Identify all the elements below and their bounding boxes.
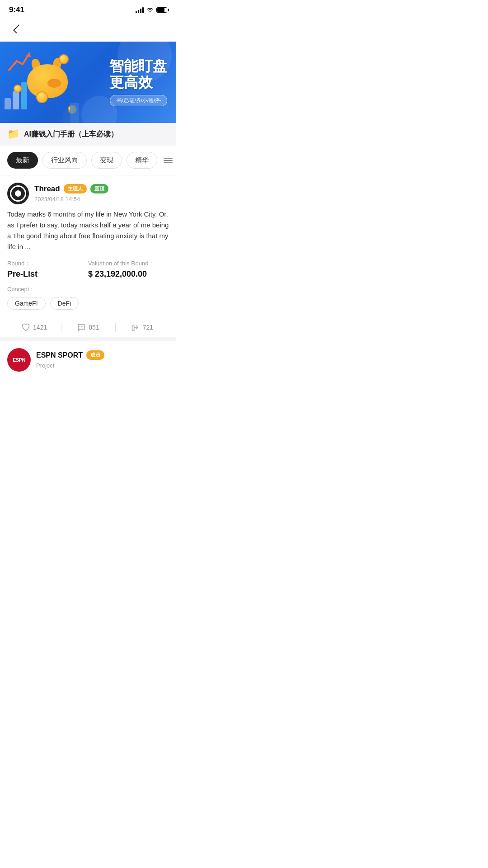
espn-name-row: ESPN SPORT 成员 bbox=[36, 350, 169, 360]
folder-icon: 📁 bbox=[7, 128, 19, 140]
espn-card: ESPN ESPN SPORT 成员 Project bbox=[0, 341, 176, 379]
heart-icon bbox=[21, 323, 30, 332]
post-card: Thread 主理人 置顶 2023/04/18 14:54 Today mar… bbox=[0, 175, 176, 341]
tab-industry[interactable]: 行业风向 bbox=[42, 152, 87, 169]
svg-rect-4 bbox=[132, 326, 134, 331]
wifi-icon bbox=[146, 7, 154, 13]
espn-name: ESPN SPORT bbox=[36, 351, 83, 359]
post-datetime: 2023/04/18 14:54 bbox=[34, 196, 80, 203]
menu-line-3 bbox=[164, 162, 173, 163]
status-bar: 9:41 bbox=[0, 0, 176, 18]
concept-section: Concept： GameFI DeFi bbox=[7, 285, 169, 310]
share-button[interactable]: 721 bbox=[115, 323, 169, 332]
banner: 智能盯盘 更高效 ·稿/定/证/券/小/程/序· bbox=[0, 42, 176, 123]
banner-subtitle: ·稿/定/证/券/小/程/序· bbox=[110, 95, 167, 106]
badge-pinned: 置顶 bbox=[90, 184, 108, 193]
stat-valuation: Valuation of this Round： $ 23,192,000.00 bbox=[88, 259, 169, 279]
post-body[interactable]: Today marks 6 months of my life in New Y… bbox=[7, 209, 169, 252]
tag-gamefi[interactable]: GameFI bbox=[7, 297, 46, 310]
concept-tags: GameFI DeFi bbox=[7, 297, 169, 310]
action-bar: 1421 851 721 bbox=[7, 317, 169, 337]
espn-avatar: ESPN bbox=[7, 348, 31, 372]
comment-icon bbox=[77, 323, 86, 332]
espn-badge: 成员 bbox=[86, 350, 104, 360]
share-icon bbox=[131, 323, 140, 332]
stats-row: Round： Pre-List Valuation of this Round：… bbox=[7, 259, 169, 279]
section-header: 📁 AI赚钱入门手册（上车必读） bbox=[0, 123, 176, 146]
like-button[interactable]: 1421 bbox=[7, 323, 61, 332]
espn-meta: ESPN SPORT 成员 Project bbox=[36, 350, 169, 369]
concept-label: Concept： bbox=[7, 285, 169, 293]
status-icons bbox=[136, 7, 167, 13]
post-author-name: Thread bbox=[34, 184, 60, 193]
menu-line-2 bbox=[164, 160, 173, 161]
valuation-value: $ 23,192,000.00 bbox=[88, 269, 169, 279]
menu-line-1 bbox=[164, 158, 173, 159]
nav-bar bbox=[0, 18, 176, 42]
tab-bar: 最新 行业风向 变现 精华 bbox=[0, 146, 176, 175]
svg-point-3 bbox=[83, 326, 84, 327]
battery-icon bbox=[156, 7, 167, 13]
tab-more-button[interactable] bbox=[162, 156, 174, 165]
share-count: 721 bbox=[143, 324, 153, 331]
tab-monetize[interactable]: 变现 bbox=[91, 152, 122, 169]
valuation-label: Valuation of this Round： bbox=[88, 259, 169, 268]
round-value: Pre-List bbox=[7, 269, 88, 279]
like-count: 1421 bbox=[33, 324, 47, 331]
tab-essence[interactable]: 精华 bbox=[127, 152, 157, 169]
post-name-row: Thread 主理人 置顶 bbox=[34, 184, 169, 193]
stat-round: Round： Pre-List bbox=[7, 259, 88, 279]
back-button[interactable] bbox=[9, 22, 23, 36]
comment-count: 851 bbox=[89, 324, 99, 331]
banner-illustration bbox=[0, 42, 90, 123]
badge-owner: 主理人 bbox=[64, 184, 87, 193]
svg-point-1 bbox=[80, 326, 80, 327]
post-meta: Thread 主理人 置顶 2023/04/18 14:54 bbox=[34, 184, 169, 203]
espn-logo-text: ESPN bbox=[13, 357, 25, 363]
avatar-dot bbox=[15, 190, 21, 197]
section-title: AI赚钱入门手册（上车必读） bbox=[24, 130, 118, 139]
avatar-ring bbox=[10, 185, 26, 202]
espn-subtitle: Project bbox=[36, 362, 54, 369]
tab-latest[interactable]: 最新 bbox=[7, 152, 38, 169]
status-time: 9:41 bbox=[9, 5, 24, 14]
avatar bbox=[7, 183, 29, 204]
comment-button[interactable]: 851 bbox=[61, 323, 115, 332]
svg-point-2 bbox=[81, 326, 82, 327]
round-label: Round： bbox=[7, 259, 88, 268]
tag-defi[interactable]: DeFi bbox=[50, 297, 79, 310]
signal-icon bbox=[136, 7, 144, 13]
post-header: Thread 主理人 置顶 2023/04/18 14:54 bbox=[7, 183, 169, 204]
